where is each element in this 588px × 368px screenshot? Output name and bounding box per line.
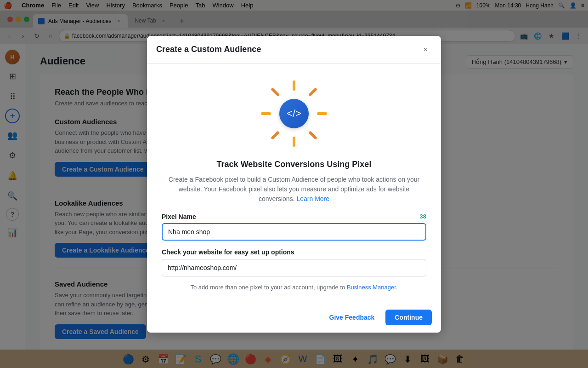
pixel-code-icon: </> [279,99,309,128]
give-feedback-button[interactable]: Give Feedback [324,310,380,325]
pixel-icon-outer: </> [257,77,331,150]
svg-rect-4 [308,87,317,97]
svg-rect-0 [293,80,295,91]
svg-rect-3 [317,112,327,115]
upgrade-notice: To add more than one pixel to your ad ac… [162,284,426,291]
svg-rect-7 [271,131,280,140]
website-url-field-group: Check your website for easy set up optio… [162,248,426,276]
pixel-name-label: Pixel Name [162,213,196,220]
modal-footer: Give Feedback Continue [147,302,441,333]
char-count: 38 [420,213,426,220]
modal-section-title: Track Website Conversions Using Pixel [162,160,426,169]
modal-description: Create a Facebook pixel to build a Custo… [162,175,426,204]
modal-overlay[interactable]: Create a Custom Audience × [0,0,588,368]
svg-rect-1 [293,137,295,147]
svg-rect-5 [308,131,317,140]
learn-more-link[interactable]: Learn More [296,195,329,202]
svg-rect-2 [261,112,271,115]
business-manager-link[interactable]: Business Manager [347,284,396,291]
svg-rect-6 [271,87,280,97]
continue-button[interactable]: Continue [385,310,432,325]
website-url-label: Check your website for easy set up optio… [162,248,294,256]
website-url-input[interactable] [162,259,426,276]
pixel-name-field-group: Pixel Name 38 [162,213,426,241]
modal-body: </> Track Website Conversions Using Pixe… [147,64,441,302]
pixel-icon-wrapper: </> [162,77,426,150]
modal-close-button[interactable]: × [419,43,432,56]
create-custom-audience-modal: Create a Custom Audience × [147,36,441,333]
modal-title: Create a Custom Audience [156,45,261,54]
pixel-name-input[interactable] [162,223,426,241]
modal-header: Create a Custom Audience × [147,36,441,64]
